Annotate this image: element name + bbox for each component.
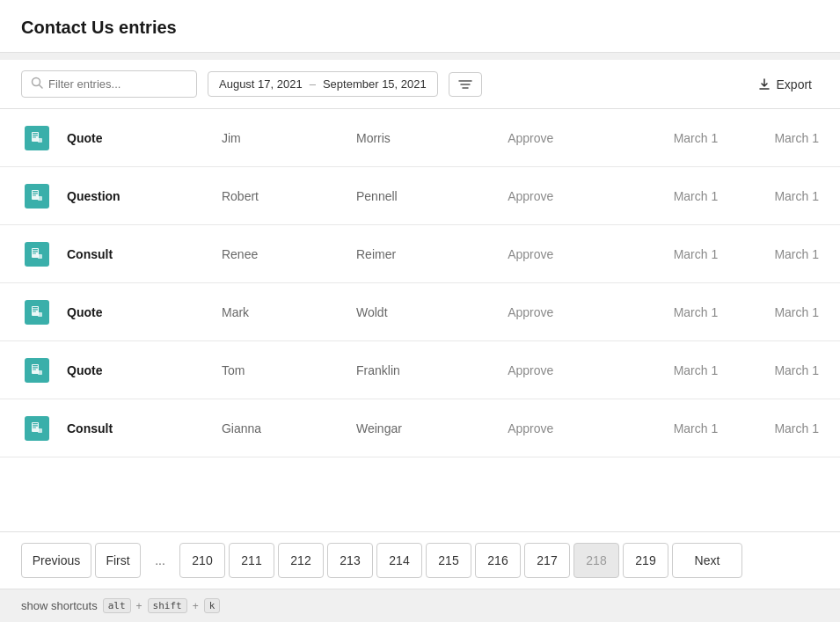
entry-date-modified: March 1 <box>718 131 819 145</box>
svg-rect-34 <box>38 428 42 433</box>
entry-last-name: Morris <box>356 131 508 145</box>
main-content: Quote Jim Morris Approve March 1 March 1 <box>0 109 840 531</box>
svg-rect-14 <box>38 196 42 201</box>
entry-date-created: March 1 <box>617 305 718 319</box>
entry-icon <box>25 184 49 209</box>
svg-rect-26 <box>33 365 38 366</box>
table-row[interactable]: Consult Renee Reimer Approve March 1 Mar… <box>0 225 840 283</box>
svg-rect-18 <box>33 252 36 253</box>
svg-rect-13 <box>33 194 36 195</box>
entry-date-created: March 1 <box>617 189 718 203</box>
svg-rect-24 <box>38 312 42 317</box>
svg-rect-21 <box>33 307 38 308</box>
pagination-page-213-button[interactable]: 213 <box>327 543 373 578</box>
filter-input-wrapper[interactable] <box>21 70 197 98</box>
row-icon-cell <box>21 242 53 267</box>
entry-type: Consult <box>53 247 222 261</box>
export-icon <box>757 77 771 91</box>
entry-icon <box>25 416 49 441</box>
entry-date-modified: March 1 <box>718 189 819 203</box>
date-start: August 17, 2021 <box>219 77 303 91</box>
svg-rect-12 <box>33 193 38 194</box>
entry-action: Approve <box>508 131 617 145</box>
svg-rect-22 <box>33 309 38 310</box>
entry-date-modified: March 1 <box>718 421 819 435</box>
pagination-next-button[interactable]: Next <box>672 543 742 578</box>
entry-first-name: Mark <box>222 305 356 319</box>
entry-action: Approve <box>508 305 617 319</box>
entry-type: Quote <box>53 131 222 145</box>
entry-last-name: Pennell <box>356 189 508 203</box>
svg-rect-29 <box>38 370 42 375</box>
svg-rect-8 <box>33 136 36 137</box>
entry-action: Approve <box>508 363 617 377</box>
entry-first-name: Tom <box>222 363 356 377</box>
row-icon-cell <box>21 300 53 325</box>
shortcut-k-key: k <box>204 598 221 613</box>
plus-sign-2: + <box>193 600 199 612</box>
pagination-previous-button[interactable]: Previous <box>21 543 91 578</box>
svg-rect-19 <box>38 254 42 259</box>
svg-rect-6 <box>33 133 38 134</box>
shortcut-alt-key: alt <box>103 598 131 613</box>
entry-date-created: March 1 <box>617 131 718 145</box>
row-icon-cell <box>21 358 53 383</box>
svg-rect-28 <box>33 369 36 370</box>
table-row[interactable]: Question Robert Pennell Approve March 1 … <box>0 167 840 225</box>
pagination-page-215-button[interactable]: 215 <box>426 543 471 578</box>
pagination-page-218-button: 218 <box>573 543 619 578</box>
table-row[interactable]: Quote Jim Morris Approve March 1 March 1 <box>0 109 840 167</box>
entry-type: Consult <box>53 421 222 435</box>
pagination-first-button[interactable]: First <box>95 543 141 578</box>
date-separator: – <box>310 77 316 91</box>
entry-date-modified: March 1 <box>718 363 819 377</box>
svg-rect-9 <box>38 138 42 143</box>
svg-rect-17 <box>33 251 38 252</box>
filter-lines-icon <box>458 78 472 91</box>
entry-date-modified: March 1 <box>718 305 819 319</box>
plus-sign-1: + <box>136 600 142 612</box>
svg-rect-23 <box>33 311 36 311</box>
entry-action: Approve <box>508 189 617 203</box>
entry-date-created: March 1 <box>617 247 718 261</box>
export-button[interactable]: Export <box>750 72 819 97</box>
pagination-page-216-button[interactable]: 216 <box>475 543 521 578</box>
entry-first-name: Jim <box>222 131 356 145</box>
table-row[interactable]: Quote Mark Woldt Approve March 1 March 1 <box>0 283 840 341</box>
page-title: Contact Us entries <box>21 18 819 38</box>
filter-input[interactable] <box>48 77 187 91</box>
entry-date-created: March 1 <box>617 363 718 377</box>
entry-type: Quote <box>53 305 222 319</box>
entry-first-name: Gianna <box>222 421 356 435</box>
entry-date-created: March 1 <box>617 421 718 435</box>
row-icon-cell <box>21 126 53 150</box>
entry-action: Approve <box>508 421 617 435</box>
entry-type: Quote <box>53 363 222 377</box>
svg-line-1 <box>40 85 43 89</box>
footer-bar: show shortcuts alt + shift + k <box>0 589 840 622</box>
pagination-page-210-button[interactable]: 210 <box>179 543 225 578</box>
svg-rect-33 <box>33 427 36 428</box>
pagination-page-219-button[interactable]: 219 <box>623 543 668 578</box>
svg-rect-7 <box>33 135 38 135</box>
filter-icon-button[interactable] <box>449 72 482 97</box>
pagination-page-217-button[interactable]: 217 <box>524 543 570 578</box>
export-label: Export <box>777 77 812 91</box>
pagination-bar: PreviousFirst...210211212213214215216217… <box>0 531 840 589</box>
table-row[interactable]: Quote Tom Franklin Approve March 1 March… <box>0 341 840 399</box>
date-range-button[interactable]: August 17, 2021 – September 15, 2021 <box>208 71 438 97</box>
top-header: Contact Us entries <box>0 0 840 53</box>
entry-date-modified: March 1 <box>718 247 819 261</box>
search-icon <box>31 77 43 91</box>
entry-action: Approve <box>508 247 617 261</box>
svg-rect-11 <box>33 191 38 192</box>
page-wrapper: Contact Us entries August 17, 2021 – Sep… <box>0 0 840 622</box>
entry-last-name: Weingar <box>356 421 508 435</box>
date-end: September 15, 2021 <box>323 77 427 91</box>
show-shortcuts-label: show shortcuts <box>21 599 98 612</box>
pagination-page-214-button[interactable]: 214 <box>376 543 422 578</box>
pagination-page-212-button[interactable]: 212 <box>278 543 324 578</box>
pagination-page-211-button[interactable]: 211 <box>229 543 274 578</box>
entry-last-name: Franklin <box>356 363 508 377</box>
table-row[interactable]: Consult Gianna Weingar Approve March 1 M… <box>0 399 840 457</box>
